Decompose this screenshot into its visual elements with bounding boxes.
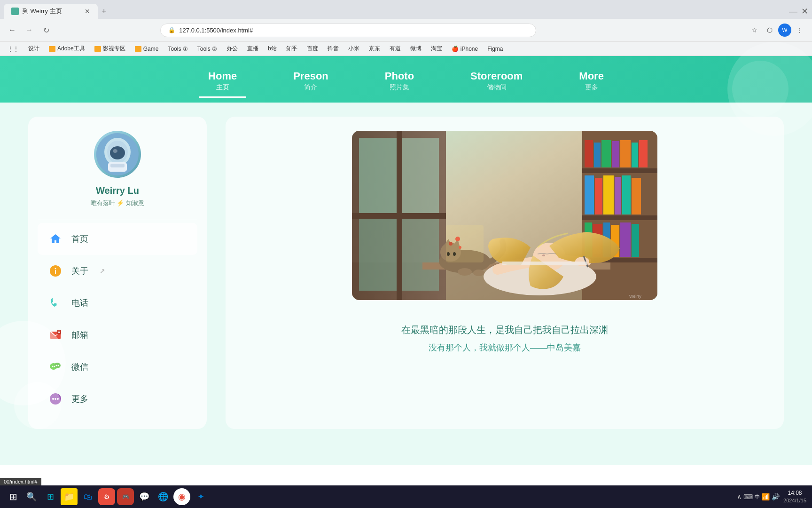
tab-title: 到 Weirry 主页 bbox=[23, 7, 62, 16]
sidebar-divider bbox=[38, 219, 197, 219]
nav-item-zh-label: 照片集 bbox=[385, 83, 414, 92]
svg-rect-27 bbox=[359, 138, 397, 213]
bookmark-youdao[interactable]: 有道 bbox=[386, 44, 405, 54]
toolbar-icons: ☆ ⬡ W ⋮ bbox=[748, 24, 806, 37]
taskbar-browser1-icon[interactable]: 🌐 bbox=[155, 488, 172, 505]
active-tab[interactable]: 到 Weirry 主页 ✕ bbox=[4, 4, 98, 19]
more-options-icon[interactable]: ⋮ bbox=[793, 24, 806, 37]
taskbar-store-icon[interactable]: 🛍 bbox=[79, 488, 96, 505]
bookmark-label: 设计 bbox=[28, 45, 39, 53]
svg-rect-32 bbox=[397, 131, 402, 300]
taskbar-vscode-icon[interactable]: ✦ bbox=[192, 488, 209, 505]
chevron-up-icon[interactable]: ∧ bbox=[737, 493, 742, 500]
keyboard-icon[interactable]: ⌨ bbox=[743, 493, 753, 500]
nav-item-en-label: Storeroom bbox=[470, 70, 523, 82]
nav-item-home[interactable]: Home 主页 bbox=[199, 65, 246, 98]
svg-rect-12 bbox=[58, 331, 60, 332]
svg-rect-76 bbox=[446, 225, 484, 262]
bookmark-live[interactable]: 直播 bbox=[243, 44, 262, 54]
bookmark-figma[interactable]: Figma bbox=[484, 45, 507, 53]
taskbar-browser2-icon[interactable]: ◉ bbox=[173, 488, 190, 505]
bookmark-douyin[interactable]: 抖音 bbox=[324, 44, 343, 54]
new-tab-button[interactable]: + bbox=[98, 5, 110, 18]
bookmark-star-icon[interactable]: ☆ bbox=[748, 24, 761, 37]
nav-item-preson[interactable]: Preson 简介 bbox=[284, 65, 338, 98]
bg-decoration-circle-2 bbox=[14, 382, 61, 429]
menu-item-about[interactable]: 关于 ↗ bbox=[38, 255, 197, 287]
bookmark-jd[interactable]: 京东 bbox=[365, 44, 384, 54]
bookmark-weibo[interactable]: 微博 bbox=[406, 44, 425, 54]
nav-items-container: Home 主页 Preson 简介 Photo 照片集 Storeroom 储物… bbox=[199, 56, 613, 103]
apple-icon: 🍎 bbox=[452, 46, 459, 52]
bookmark-baidu[interactable]: 百度 bbox=[303, 44, 322, 54]
taskbar-widgets-icon[interactable]: ⊞ bbox=[42, 488, 59, 505]
minimize-button[interactable]: — bbox=[789, 7, 797, 16]
home-icon bbox=[47, 230, 64, 247]
svg-rect-43 bbox=[632, 143, 638, 167]
bookmark-label: iPhone bbox=[461, 46, 478, 52]
svg-rect-28 bbox=[401, 138, 439, 213]
close-window-button[interactable]: ✕ bbox=[801, 6, 808, 16]
bookmark-label: Tools ② bbox=[197, 46, 217, 52]
quote-line-1: 在最黑暗的那段人生，是我自己把我自己拉出深渊 bbox=[401, 324, 608, 336]
bookmark-tools2[interactable]: Tools ② bbox=[194, 45, 221, 53]
bookmark-game[interactable]: Game bbox=[131, 45, 163, 53]
apps-grid-icon: ⋮⋮ bbox=[8, 46, 19, 52]
input-method-icon[interactable]: 中 bbox=[755, 493, 760, 500]
username: Weirry Lu bbox=[96, 185, 139, 196]
user-motto: 唯有落叶 ⚡ 知淑意 bbox=[91, 199, 144, 207]
menu-item-home[interactable]: 首页 bbox=[38, 223, 197, 255]
bookmark-xiaomi[interactable]: 小米 bbox=[344, 44, 363, 54]
start-button[interactable]: ⊞ bbox=[6, 489, 21, 504]
url-bar[interactable]: 🔒 127.0.0.1:5500/index.html# bbox=[160, 24, 536, 37]
bookmark-label: Tools ① bbox=[168, 46, 187, 52]
hero-image: Weirry bbox=[352, 131, 657, 300]
bookmark-zhihu[interactable]: 知乎 bbox=[282, 44, 301, 54]
bookmark-design[interactable]: 设计 bbox=[24, 44, 43, 54]
wifi-icon[interactable]: 📶 bbox=[762, 493, 770, 500]
nav-item-zh-label: 主页 bbox=[208, 83, 237, 92]
taskbar-clock[interactable]: 14:08 2024/1/15 bbox=[783, 489, 806, 504]
menu-item-phone[interactable]: 电话 bbox=[38, 287, 197, 319]
menu-item-more[interactable]: 更多 bbox=[38, 383, 197, 415]
volume-icon[interactable]: 🔊 bbox=[772, 493, 780, 500]
taskbar-chat-icon[interactable]: 💬 bbox=[136, 488, 153, 505]
taskbar-app2-icon[interactable]: 🎮 bbox=[117, 488, 134, 505]
profile-icon[interactable]: W bbox=[778, 24, 791, 37]
bookmark-adobe[interactable]: Adobe工具 bbox=[45, 44, 89, 54]
nav-item-photo[interactable]: Photo 照片集 bbox=[375, 65, 423, 98]
nav-item-storeroom[interactable]: Storeroom 储物间 bbox=[461, 65, 532, 98]
about-icon bbox=[47, 262, 64, 279]
bookmark-office[interactable]: 办公 bbox=[223, 44, 242, 54]
bookmark-taobao[interactable]: 淘宝 bbox=[427, 44, 446, 54]
forward-button[interactable]: → bbox=[23, 24, 36, 37]
svg-rect-55 bbox=[620, 222, 631, 257]
tab-close-button[interactable]: ✕ bbox=[85, 8, 90, 15]
menu-label-home: 首页 bbox=[71, 233, 88, 245]
top-navigation: Home 主页 Preson 简介 Photo 照片集 Storeroom 储物… bbox=[0, 56, 812, 103]
browser-chrome: 到 Weirry 主页 ✕ + — ✕ ← → ↻ 🔒 127.0.0.1:55… bbox=[0, 0, 812, 56]
back-button[interactable]: ← bbox=[6, 24, 19, 37]
bookmark-iphone[interactable]: 🍎 iPhone bbox=[448, 45, 482, 53]
date-display: 2024/1/15 bbox=[783, 497, 806, 504]
taskbar-app1-icon[interactable]: ⚙ bbox=[98, 488, 115, 505]
taskbar-search-icon[interactable]: 🔍 bbox=[23, 488, 40, 505]
bookmark-bilibili[interactable]: b站 bbox=[264, 44, 281, 54]
bookmark-label: 微博 bbox=[410, 45, 422, 53]
menu-label-wechat: 微信 bbox=[71, 361, 88, 373]
taskbar-fileexplorer-icon[interactable]: 📁 bbox=[61, 488, 78, 505]
svg-rect-49 bbox=[622, 175, 631, 214]
cursor-indicator: ↗ bbox=[100, 267, 105, 275]
bookmark-video[interactable]: 影视专区 bbox=[91, 44, 129, 54]
status-bar-url: 00/index.html# bbox=[0, 478, 41, 485]
main-content: Weirry Lu 唯有落叶 ⚡ 知淑意 首页 bbox=[0, 103, 812, 443]
bookmark-tools1[interactable]: Tools ① bbox=[164, 45, 191, 53]
nav-item-more[interactable]: More 更多 bbox=[570, 65, 613, 98]
svg-point-3 bbox=[110, 146, 125, 159]
extensions-icon[interactable]: ⬡ bbox=[763, 24, 776, 37]
svg-rect-41 bbox=[612, 141, 619, 167]
taskbar-system-icons: ∧ ⌨ 中 📶 🔊 bbox=[737, 493, 780, 500]
bookmark-label: 京东 bbox=[369, 45, 380, 53]
bookmark-apps[interactable]: ⋮⋮ bbox=[4, 45, 23, 53]
reload-button[interactable]: ↻ bbox=[39, 24, 53, 37]
